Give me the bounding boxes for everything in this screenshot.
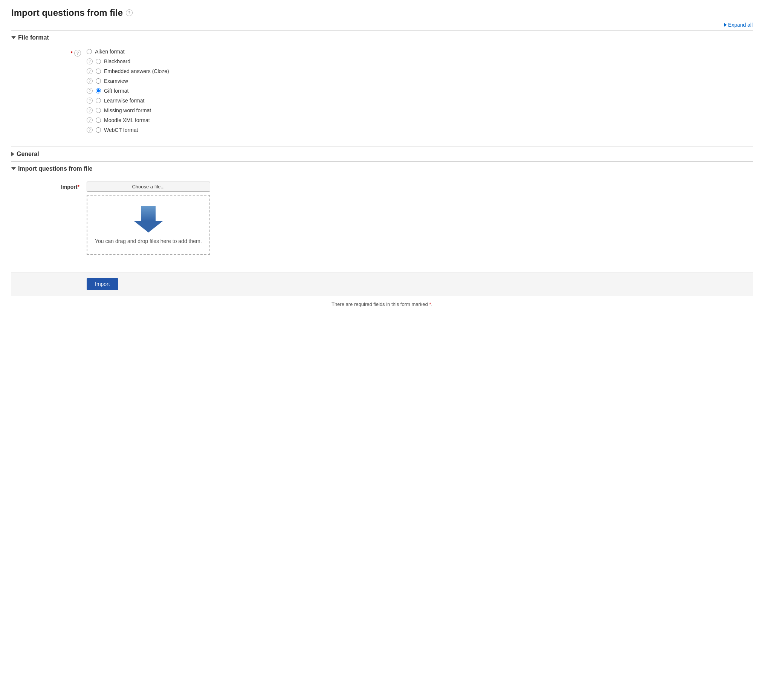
radio-gift[interactable] [96,88,101,94]
radio-cloze[interactable] [96,69,101,74]
file-format-form-row: * ? Aiken format ? Blackboard [11,49,753,137]
radio-item-moodlexml: ? Moodle XML format [87,117,753,123]
radio-item-missingword: ? Missing word format [87,107,753,113]
import-button[interactable]: Import [87,278,118,290]
radio-item-aiken: Aiken format [87,49,753,55]
radio-item-webct: ? WebCT format [87,127,753,133]
file-format-section-label: File format [18,34,49,41]
radio-learnwise[interactable] [96,98,101,103]
gift-help-icon[interactable]: ? [87,88,93,94]
import-form-row: Import * Choose a file... You can drag a… [11,182,753,255]
page-title: Import questions from file [11,8,123,18]
radio-examview[interactable] [96,78,101,84]
radio-label-moodlexml[interactable]: Moodle XML format [104,117,150,123]
import-field-label: Import [61,184,78,190]
radio-aiken[interactable] [87,49,92,54]
moodlexml-help-icon[interactable]: ? [87,117,93,123]
drop-arrow-icon [134,206,163,232]
expand-all-triangle [724,23,727,27]
expand-all-link[interactable]: Expand all [724,22,753,28]
required-star: * [71,50,73,56]
radio-label-webct[interactable]: WebCT format [104,127,138,133]
radio-item-gift: ? Gift format [87,88,753,94]
missingword-help-icon[interactable]: ? [87,107,93,113]
radio-missingword[interactable] [96,108,101,113]
page-title-row: Import questions from file ? [11,8,753,18]
import-section-content: Import * Choose a file... You can drag a… [11,176,753,266]
drop-zone[interactable]: You can drag and drop files here to add … [87,195,210,255]
required-note-star: * [429,301,431,307]
import-section-triangle-icon [11,167,16,170]
learnwise-help-icon[interactable]: ? [87,97,93,103]
file-upload-col: Choose a file... You can drag and drop f… [87,182,210,255]
radio-item-cloze: ? Embedded answers (Cloze) [87,68,753,74]
file-format-help-icon[interactable]: ? [74,50,81,56]
import-section-label: Import questions from file [18,165,92,172]
radio-label-examview[interactable]: Examview [104,78,128,84]
required-note-text: There are required fields in this form m… [332,301,428,307]
radio-label-aiken[interactable]: Aiken format [95,49,125,55]
import-section-header[interactable]: Import questions from file [11,161,753,176]
radio-options-col: Aiken format ? Blackboard ? Embedded ans… [87,49,753,137]
expand-all-row: Expand all [11,22,753,28]
choose-file-button[interactable]: Choose a file... [87,182,210,192]
import-section: Import questions from file Import * Choo… [11,161,753,296]
general-section-label: General [17,151,39,158]
general-section-header[interactable]: General [11,147,753,161]
required-fields-note: There are required fields in this form m… [11,301,753,307]
radio-item-blackboard: ? Blackboard [87,58,753,64]
radio-label-cloze[interactable]: Embedded answers (Cloze) [104,68,169,74]
file-format-section-header[interactable]: File format [11,31,753,45]
radio-label-blackboard[interactable]: Blackboard [104,58,130,64]
blackboard-help-icon[interactable]: ? [87,58,93,64]
radio-blackboard[interactable] [96,59,101,64]
file-format-section: File format * ? Aiken format ? [11,30,753,147]
radio-item-learnwise: ? Learnwise format [87,97,753,103]
radio-webct[interactable] [96,127,101,133]
expand-all-label: Expand all [728,22,753,28]
general-triangle-icon [11,152,14,157]
webct-help-icon[interactable]: ? [87,127,93,133]
file-format-section-content: * ? Aiken format ? Blackboard [11,45,753,147]
cloze-help-icon[interactable]: ? [87,68,93,74]
examview-help-icon[interactable]: ? [87,78,93,84]
import-required-star: * [78,184,80,190]
file-format-label-col: * ? [11,49,87,56]
action-bar: Import [11,272,753,296]
file-format-triangle-icon [11,36,16,39]
radio-item-examview: ? Examview [87,78,753,84]
radio-label-missingword[interactable]: Missing word format [104,107,151,113]
import-label-col: Import * [11,182,87,190]
radio-label-learnwise[interactable]: Learnwise format [104,97,144,103]
radio-label-gift[interactable]: Gift format [104,88,128,94]
radio-moodlexml[interactable] [96,117,101,123]
general-section: General [11,147,753,161]
page-title-help-icon[interactable]: ? [126,9,133,16]
format-radio-list: Aiken format ? Blackboard ? Embedded ans… [87,49,753,133]
drop-zone-text: You can drag and drop files here to add … [95,238,202,244]
arrow-shaft [141,206,156,221]
arrow-head [134,221,163,232]
